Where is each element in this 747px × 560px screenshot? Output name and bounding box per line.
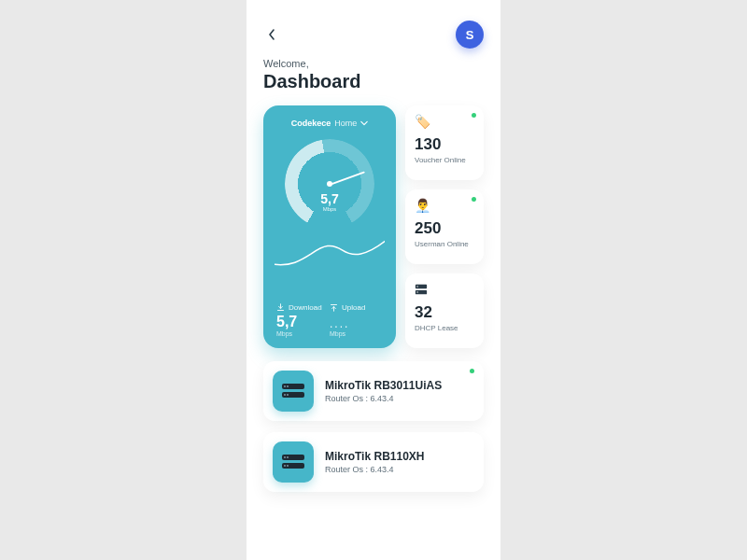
stat-voucher-online[interactable]: 🏷️ 130 Voucher Online — [405, 105, 484, 180]
user-icon: 👨‍💼 — [415, 199, 474, 214]
stat-label: DHCP Lease — [415, 324, 474, 332]
upload-icon — [330, 303, 338, 312]
stat-value: 130 — [415, 135, 474, 154]
chevron-left-icon — [268, 29, 275, 40]
speed-gauge: 5,7 Mbps — [285, 139, 374, 229]
gauge-value: 5,7 — [320, 191, 338, 206]
svg-point-3 — [416, 291, 417, 292]
svg-point-2 — [416, 286, 417, 287]
svg-point-7 — [287, 385, 289, 387]
device-info: MikroTik RB3011UiAS Router Os : 6.43.4 — [325, 379, 442, 403]
device-os: Router Os : 6.43.4 — [325, 394, 442, 403]
status-dot — [470, 369, 474, 373]
stat-label: Voucher Online — [415, 156, 474, 164]
stats-column: 🏷️ 130 Voucher Online 👨‍💼 250 Userman On… — [405, 105, 484, 348]
device-list: MikroTik RB3011UiAS Router Os : 6.43.4 M… — [263, 361, 484, 492]
page-title: Dashboard — [263, 71, 484, 92]
sparkline-icon — [275, 234, 385, 270]
download-value: 5,7 — [276, 314, 330, 330]
svg-point-15 — [287, 465, 289, 467]
download-block: Download 5,7 Mbps — [276, 303, 330, 337]
back-button[interactable] — [263, 26, 280, 43]
sparkline — [275, 234, 385, 270]
stat-label: Userman Online — [415, 240, 474, 248]
device-thumb — [273, 441, 314, 483]
gauge-value-wrap: 5,7 Mbps — [320, 191, 338, 212]
device-name: MikroTik RB110XH — [325, 450, 424, 463]
upload-label: Upload — [342, 303, 365, 312]
chevron-down-icon — [360, 120, 368, 126]
stat-dhcp-lease[interactable]: 32 DHCP Lease — [405, 273, 484, 348]
device-thumb — [273, 371, 314, 412]
top-bar: S — [263, 21, 484, 49]
upload-block: Upload .... Mbps — [330, 303, 383, 337]
svg-point-13 — [287, 456, 289, 458]
download-icon — [276, 303, 285, 312]
stat-userman-online[interactable]: 👨‍💼 250 Userman Online — [405, 189, 484, 264]
svg-point-14 — [284, 465, 286, 467]
avatar[interactable]: S — [456, 21, 484, 49]
router-icon — [281, 453, 305, 471]
voucher-icon: 🏷️ — [415, 115, 474, 130]
download-upload-row: Download 5,7 Mbps Upload .... Mbps — [275, 303, 385, 339]
status-dot — [472, 113, 476, 118]
svg-point-8 — [284, 394, 286, 396]
device-item[interactable]: MikroTik RB3011UiAS Router Os : 6.43.4 — [263, 361, 484, 421]
svg-point-12 — [284, 456, 286, 458]
network-name-strong: Codekece — [291, 119, 331, 128]
speed-card: CodekeceHome 5,7 Mbps — [263, 105, 396, 348]
stat-value: 250 — [415, 219, 474, 238]
gauge-hub — [327, 181, 332, 187]
avatar-initial: S — [466, 28, 474, 42]
stat-value: 32 — [415, 303, 474, 322]
dashboard-grid: CodekeceHome 5,7 Mbps — [263, 105, 484, 348]
gauge-wrap: 5,7 Mbps — [275, 139, 385, 229]
welcome-label: Welcome, — [263, 58, 484, 69]
upload-value: .... — [330, 317, 383, 330]
svg-point-6 — [284, 385, 286, 387]
network-selector[interactable]: CodekeceHome — [275, 119, 385, 128]
app-screen: S Welcome, Dashboard CodekeceHome 5,7 Mb… — [247, 0, 500, 560]
network-name-light: Home — [334, 119, 357, 128]
download-label: Download — [289, 303, 322, 312]
device-item[interactable]: MikroTik RB110XH Router Os : 6.43.4 — [263, 432, 484, 492]
device-name: MikroTik RB3011UiAS — [325, 379, 442, 392]
download-unit: Mbps — [276, 330, 330, 337]
device-info: MikroTik RB110XH Router Os : 6.43.4 — [325, 450, 424, 474]
svg-point-9 — [287, 394, 289, 396]
device-os: Router Os : 6.43.4 — [325, 465, 424, 474]
status-dot — [472, 197, 476, 202]
upload-unit: Mbps — [330, 330, 383, 337]
server-icon — [415, 283, 474, 298]
router-icon — [281, 382, 305, 400]
gauge-unit: Mbps — [320, 206, 338, 212]
